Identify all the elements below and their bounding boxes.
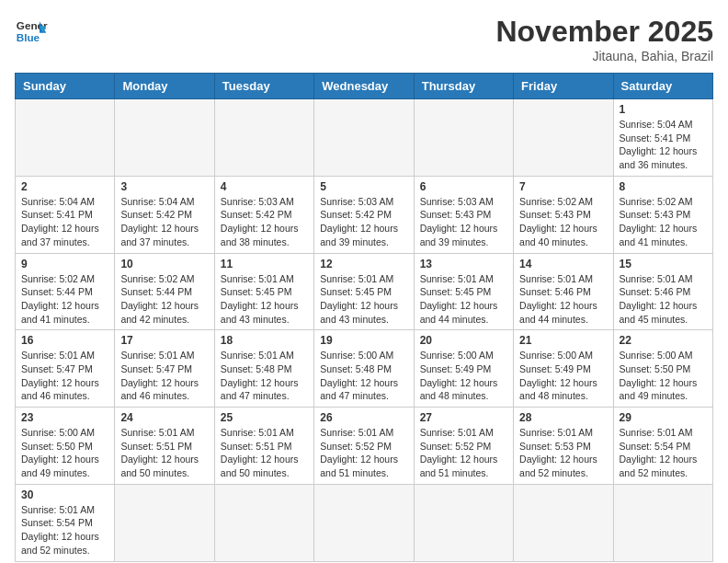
cell-content: Sunrise: 5:01 AMSunset: 5:48 PMDaylight:… [221, 349, 308, 403]
logo: General Blue [15, 15, 48, 48]
day-number: 19 [320, 334, 407, 347]
cell-content: Sunrise: 5:02 AMSunset: 5:43 PMDaylight:… [620, 195, 707, 249]
calendar-cell: 22Sunrise: 5:00 AMSunset: 5:50 PMDayligh… [613, 330, 712, 408]
day-number: 3 [120, 180, 208, 193]
calendar-cell: 14Sunrise: 5:01 AMSunset: 5:46 PMDayligh… [514, 253, 613, 330]
calendar-cell [414, 484, 513, 561]
cell-content: Sunrise: 5:03 AMSunset: 5:42 PMDaylight:… [221, 195, 308, 249]
calendar-cell [314, 484, 414, 561]
day-number: 15 [620, 258, 707, 270]
cell-content: Sunrise: 5:04 AMSunset: 5:41 PMDaylight:… [21, 195, 108, 249]
cell-content: Sunrise: 5:01 AMSunset: 5:51 PMDaylight:… [120, 426, 208, 480]
cell-content: Sunrise: 5:03 AMSunset: 5:42 PMDaylight:… [320, 195, 407, 249]
calendar-cell: 7Sunrise: 5:02 AMSunset: 5:43 PMDaylight… [514, 176, 613, 253]
calendar-cell [214, 484, 313, 561]
calendar-cell: 5Sunrise: 5:03 AMSunset: 5:42 PMDaylight… [314, 176, 414, 253]
day-number: 22 [620, 334, 707, 347]
cell-content: Sunrise: 5:00 AMSunset: 5:50 PMDaylight:… [21, 426, 108, 480]
calendar-cell: 16Sunrise: 5:01 AMSunset: 5:47 PMDayligh… [16, 330, 115, 408]
day-number: 27 [420, 411, 507, 424]
day-number: 21 [519, 334, 607, 347]
cell-content: Sunrise: 5:01 AMSunset: 5:54 PMDaylight:… [620, 426, 707, 480]
calendar-cell: 25Sunrise: 5:01 AMSunset: 5:51 PMDayligh… [214, 408, 313, 485]
cell-content: Sunrise: 5:01 AMSunset: 5:47 PMDaylight:… [120, 349, 208, 403]
calendar-cell: 10Sunrise: 5:02 AMSunset: 5:44 PMDayligh… [115, 253, 214, 330]
cell-content: Sunrise: 5:01 AMSunset: 5:46 PMDaylight:… [519, 272, 607, 327]
cell-content: Sunrise: 5:01 AMSunset: 5:53 PMDaylight:… [519, 426, 607, 480]
page-header: General Blue November 2025 Jitauna, Bahi… [15, 15, 713, 63]
calendar-header: SundayMondayTuesdayWednesdayThursdayFrid… [16, 74, 713, 99]
day-number: 25 [221, 411, 308, 424]
day-number: 4 [221, 180, 308, 193]
cell-content: Sunrise: 5:02 AMSunset: 5:44 PMDaylight:… [21, 272, 108, 327]
day-number: 7 [519, 180, 607, 193]
cell-content: Sunrise: 5:00 AMSunset: 5:49 PMDaylight:… [519, 349, 607, 403]
calendar-cell: 4Sunrise: 5:03 AMSunset: 5:42 PMDaylight… [214, 176, 313, 253]
cell-content: Sunrise: 5:04 AMSunset: 5:42 PMDaylight:… [120, 195, 208, 249]
week-row-5: 30Sunrise: 5:01 AMSunset: 5:54 PMDayligh… [16, 484, 713, 561]
calendar-cell: 6Sunrise: 5:03 AMSunset: 5:43 PMDaylight… [414, 176, 513, 253]
cell-content: Sunrise: 5:01 AMSunset: 5:52 PMDaylight:… [320, 426, 407, 480]
cell-content: Sunrise: 5:01 AMSunset: 5:51 PMDaylight:… [221, 426, 308, 480]
calendar-cell [115, 99, 214, 177]
calendar-cell: 2Sunrise: 5:04 AMSunset: 5:41 PMDaylight… [16, 176, 115, 253]
calendar-cell [115, 484, 214, 561]
cell-content: Sunrise: 5:01 AMSunset: 5:47 PMDaylight:… [21, 349, 108, 403]
cell-content: Sunrise: 5:01 AMSunset: 5:52 PMDaylight:… [420, 426, 507, 480]
cell-content: Sunrise: 5:03 AMSunset: 5:43 PMDaylight:… [420, 195, 507, 249]
weekday-header-row: SundayMondayTuesdayWednesdayThursdayFrid… [16, 74, 713, 99]
day-number: 30 [21, 488, 108, 501]
cell-content: Sunrise: 5:04 AMSunset: 5:41 PMDaylight:… [620, 118, 707, 172]
calendar-cell [514, 484, 613, 561]
day-number: 16 [21, 334, 108, 347]
week-row-1: 2Sunrise: 5:04 AMSunset: 5:41 PMDaylight… [16, 176, 713, 253]
week-row-0: 1Sunrise: 5:04 AMSunset: 5:41 PMDaylight… [16, 99, 713, 177]
weekday-thursday: Thursday [414, 74, 513, 99]
week-row-3: 16Sunrise: 5:01 AMSunset: 5:47 PMDayligh… [16, 330, 713, 408]
calendar-cell: 9Sunrise: 5:02 AMSunset: 5:44 PMDaylight… [16, 253, 115, 330]
month-title: November 2025 [495, 15, 713, 49]
weekday-sunday: Sunday [16, 74, 115, 99]
cell-content: Sunrise: 5:01 AMSunset: 5:46 PMDaylight:… [620, 272, 707, 327]
day-number: 28 [519, 411, 607, 424]
day-number: 20 [420, 334, 507, 347]
calendar-cell [214, 99, 313, 177]
day-number: 6 [420, 180, 507, 193]
calendar-cell: 27Sunrise: 5:01 AMSunset: 5:52 PMDayligh… [414, 408, 513, 485]
title-block: November 2025 Jitauna, Bahia, Brazil [495, 15, 713, 63]
cell-content: Sunrise: 5:00 AMSunset: 5:48 PMDaylight:… [320, 349, 407, 403]
calendar-cell: 26Sunrise: 5:01 AMSunset: 5:52 PMDayligh… [314, 408, 414, 485]
svg-text:Blue: Blue [17, 31, 40, 43]
logo-icon: General Blue [15, 15, 48, 48]
day-number: 2 [21, 180, 108, 193]
week-row-4: 23Sunrise: 5:00 AMSunset: 5:50 PMDayligh… [16, 408, 713, 485]
cell-content: Sunrise: 5:01 AMSunset: 5:54 PMDaylight:… [21, 503, 108, 557]
day-number: 14 [519, 258, 607, 270]
week-row-2: 9Sunrise: 5:02 AMSunset: 5:44 PMDaylight… [16, 253, 713, 330]
day-number: 29 [620, 411, 707, 424]
day-number: 13 [420, 258, 507, 270]
weekday-friday: Friday [514, 74, 613, 99]
cell-content: Sunrise: 5:02 AMSunset: 5:44 PMDaylight:… [120, 272, 208, 327]
calendar-cell: 28Sunrise: 5:01 AMSunset: 5:53 PMDayligh… [514, 408, 613, 485]
calendar-cell: 18Sunrise: 5:01 AMSunset: 5:48 PMDayligh… [214, 330, 313, 408]
cell-content: Sunrise: 5:00 AMSunset: 5:50 PMDaylight:… [620, 349, 707, 403]
location: Jitauna, Bahia, Brazil [495, 49, 713, 63]
calendar-cell: 21Sunrise: 5:00 AMSunset: 5:49 PMDayligh… [514, 330, 613, 408]
calendar-table: SundayMondayTuesdayWednesdayThursdayFrid… [15, 73, 713, 562]
cell-content: Sunrise: 5:01 AMSunset: 5:45 PMDaylight:… [420, 272, 507, 327]
cell-content: Sunrise: 5:00 AMSunset: 5:49 PMDaylight:… [420, 349, 507, 403]
calendar-cell: 24Sunrise: 5:01 AMSunset: 5:51 PMDayligh… [115, 408, 214, 485]
day-number: 23 [21, 411, 108, 424]
day-number: 11 [221, 258, 308, 270]
calendar-cell: 30Sunrise: 5:01 AMSunset: 5:54 PMDayligh… [16, 484, 115, 561]
day-number: 12 [320, 258, 407, 270]
calendar-cell: 11Sunrise: 5:01 AMSunset: 5:45 PMDayligh… [214, 253, 313, 330]
day-number: 8 [620, 180, 707, 193]
calendar-cell [16, 99, 115, 177]
weekday-tuesday: Tuesday [214, 74, 313, 99]
cell-content: Sunrise: 5:01 AMSunset: 5:45 PMDaylight:… [320, 272, 407, 327]
cell-content: Sunrise: 5:01 AMSunset: 5:45 PMDaylight:… [221, 272, 308, 327]
calendar-cell [613, 484, 712, 561]
weekday-saturday: Saturday [613, 74, 712, 99]
